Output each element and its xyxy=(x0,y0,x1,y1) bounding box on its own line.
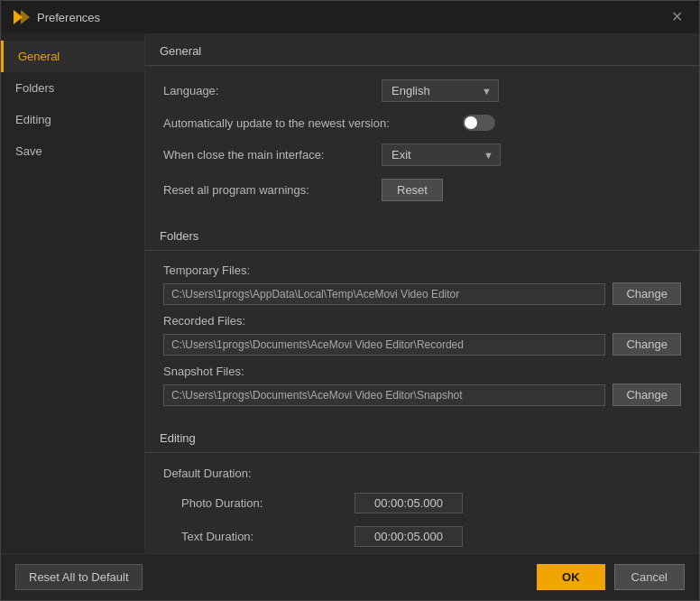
snapshot-files-row: Change xyxy=(145,380,699,410)
general-section-header: General xyxy=(145,33,699,66)
temp-files-label: Temporary Files: xyxy=(145,258,699,279)
folders-section-header: Folders xyxy=(145,218,699,251)
photo-duration-row: Photo Duration: 00:00:05.000 xyxy=(145,486,699,520)
recorded-files-path[interactable] xyxy=(163,334,605,356)
main-content: General Folders Editing Save General Lan… xyxy=(1,33,699,553)
language-label: Language: xyxy=(163,84,371,97)
ok-button[interactable]: OK xyxy=(537,564,605,590)
auto-update-toggle[interactable] xyxy=(463,115,495,131)
snapshot-files-path[interactable] xyxy=(163,384,605,406)
temp-files-path[interactable] xyxy=(163,283,605,305)
snapshot-files-change-button[interactable]: Change xyxy=(612,384,681,406)
text-duration-row: Text Duration: 00:00:05.000 xyxy=(145,520,699,553)
snapshot-files-label: Snapshot Files: xyxy=(145,359,699,380)
reset-all-button[interactable]: Reset All to Default xyxy=(15,564,143,590)
recorded-files-change-button[interactable]: Change xyxy=(612,333,681,356)
sidebar-item-editing[interactable]: Editing xyxy=(1,104,144,135)
svg-marker-1 xyxy=(21,10,30,24)
default-duration-label: Default Duration: xyxy=(163,467,326,480)
bottom-right-buttons: OK Cancel xyxy=(537,564,685,590)
titlebar-left: Preferences xyxy=(12,8,100,26)
cancel-button[interactable]: Cancel xyxy=(614,564,685,590)
language-select-wrapper: English French German Spanish Chinese ▼ xyxy=(382,79,499,102)
app-icon xyxy=(12,8,30,26)
dialog-title: Preferences xyxy=(37,11,100,24)
sidebar-item-general[interactable]: General xyxy=(1,41,144,72)
reset-warnings-row: Reset all program warnings: Reset xyxy=(145,172,699,208)
auto-update-label: Automatically update to the newest versi… xyxy=(163,116,452,130)
recorded-files-label: Recorded Files: xyxy=(145,309,699,329)
sidebar: General Folders Editing Save xyxy=(1,33,145,553)
titlebar: Preferences ✕ xyxy=(1,1,699,33)
reset-warnings-button[interactable]: Reset xyxy=(382,179,443,201)
close-action-select[interactable]: Exit Minimize to tray xyxy=(382,143,501,166)
content-panel: General Language: English French German … xyxy=(145,33,699,553)
temp-files-row: Change xyxy=(145,279,699,309)
sidebar-item-folders[interactable]: Folders xyxy=(1,72,144,104)
temp-files-change-button[interactable]: Change xyxy=(612,282,681,305)
reset-warnings-label: Reset all program warnings: xyxy=(163,183,371,197)
close-button[interactable]: ✕ xyxy=(666,6,688,28)
text-duration-label: Text Duration: xyxy=(181,530,344,543)
sidebar-item-save[interactable]: Save xyxy=(1,135,144,167)
recorded-files-row: Change xyxy=(145,329,699,359)
editing-section-header: Editing xyxy=(145,421,699,453)
default-duration-row: Default Duration: xyxy=(145,460,699,486)
photo-duration-label: Photo Duration: xyxy=(181,496,344,510)
language-select[interactable]: English French German Spanish Chinese xyxy=(382,79,499,102)
close-action-label: When close the main interface: xyxy=(163,148,371,162)
bottom-bar: Reset All to Default OK Cancel xyxy=(1,553,699,600)
close-action-row: When close the main interface: Exit Mini… xyxy=(145,137,699,172)
text-duration-value[interactable]: 00:00:05.000 xyxy=(355,526,463,547)
auto-update-row: Automatically update to the newest versi… xyxy=(145,108,699,137)
language-row: Language: English French German Spanish … xyxy=(145,73,699,108)
preferences-dialog: Preferences ✕ General Folders Editing Sa… xyxy=(0,0,700,601)
close-action-select-wrapper: Exit Minimize to tray ▼ xyxy=(382,143,501,166)
photo-duration-value[interactable]: 00:00:05.000 xyxy=(355,493,463,513)
